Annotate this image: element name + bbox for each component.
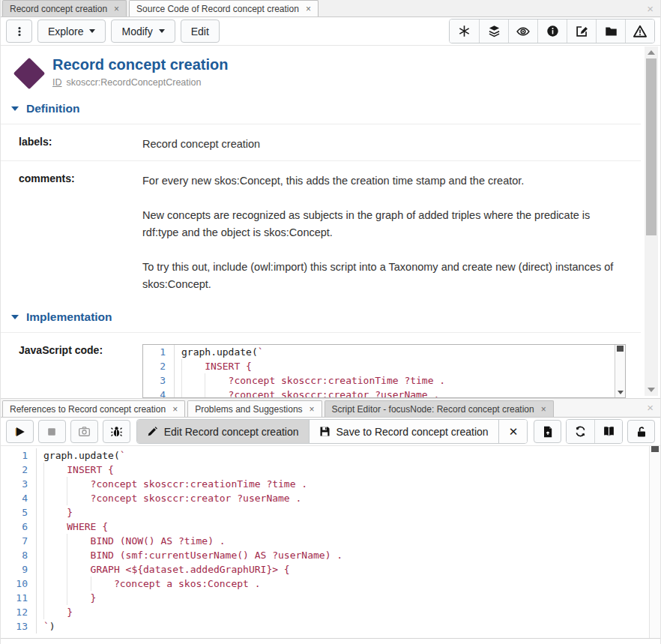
code-token: `	[258, 346, 264, 358]
labels-label: labels:	[1, 136, 142, 153]
code-text: }	[37, 505, 73, 520]
scroll-down-icon[interactable]	[648, 388, 655, 392]
code-line: 1graph.update(`	[1, 448, 648, 463]
tab-label: Source Code of Record concept creation	[136, 4, 299, 14]
scrollbar-thumb[interactable]	[617, 346, 624, 352]
library-button[interactable]	[594, 420, 622, 443]
comments-value: For every new skos:Concept, this adds th…	[142, 172, 616, 298]
indent-guide	[43, 548, 67, 562]
tab-script-editor[interactable]: Script Editor - focusNode: Record concep…	[325, 400, 554, 417]
code-text: ?concept skosccr:creator ?userName .	[37, 491, 301, 505]
resource-panel: Record concept creation × Source Code of…	[1, 0, 660, 398]
line-number: 11	[1, 591, 37, 605]
code-preview-lines: 1graph.update(`2INSERT {3?concept skoscc…	[143, 345, 615, 398]
code-text: ?concept skosccr:creator ?userName .	[175, 388, 439, 398]
line-number: 4	[143, 388, 175, 398]
script-code-editor[interactable]: 1graph.update(`2INSERT {3?concept skoscc…	[1, 446, 660, 639]
scroll-down-icon[interactable]	[618, 391, 624, 394]
scrollbar-thumb[interactable]	[651, 446, 659, 452]
tab-close-icon[interactable]: ×	[306, 4, 311, 13]
line-number: 13	[1, 619, 37, 634]
section-title: Definition	[26, 102, 79, 115]
line-number: 3	[143, 373, 175, 388]
unlock-icon	[636, 426, 648, 438]
layers-button[interactable]	[479, 19, 508, 43]
folder-button[interactable]	[596, 19, 625, 43]
code-text: ?concept a skos:Concept .	[37, 577, 261, 591]
refresh-button[interactable]	[567, 420, 594, 443]
run-script-button[interactable]	[6, 420, 34, 443]
edit-note-button[interactable]	[567, 19, 596, 43]
edit-record-button[interactable]: Edit Record concept creation	[137, 420, 309, 443]
scrollbar-thumb[interactable]	[646, 58, 657, 235]
run-icon	[13, 425, 26, 439]
tab-problems-suggestions[interactable]: Problems and Suggestions ×	[187, 400, 322, 417]
line-number: 3	[1, 477, 37, 491]
javascript-code-preview[interactable]: 1graph.update(`2INSERT {3?concept skoscc…	[142, 344, 626, 398]
code-token: graph.update(	[43, 450, 120, 461]
open-book-icon	[603, 425, 615, 438]
warning-icon	[633, 25, 647, 38]
code-token: BIND (NOW() AS ?time) .	[91, 535, 226, 547]
comment-paragraph: New concepts are recognized as subjects …	[142, 207, 616, 241]
tab-close-icon[interactable]: ×	[114, 4, 119, 13]
code-token: `	[120, 450, 126, 461]
line-number: 6	[1, 520, 37, 534]
export-file-button[interactable]	[534, 420, 561, 443]
tab-close-icon[interactable]: ×	[172, 405, 178, 414]
screenshot-button[interactable]	[70, 420, 98, 443]
kebab-menu-button[interactable]	[6, 19, 32, 43]
id-label[interactable]: ID	[52, 77, 62, 88]
stop-script-button[interactable]	[38, 420, 66, 443]
panel-close-icon[interactable]: ×	[647, 3, 654, 14]
page-title: Record concept creation	[52, 55, 229, 74]
warning-button[interactable]	[625, 19, 654, 43]
panel-close-icon[interactable]: ×	[647, 402, 654, 413]
modify-dropdown-button[interactable]: Modify	[111, 19, 175, 43]
code-token: INSERT {	[67, 464, 114, 475]
debug-script-button[interactable]	[103, 420, 130, 443]
section-definition[interactable]: Definition	[1, 89, 641, 124]
comment-paragraph: To try this out, include (owl:import) th…	[142, 259, 616, 293]
edit-button[interactable]: Edit	[181, 19, 220, 43]
scroll-up-icon[interactable]	[648, 50, 655, 55]
tab-close-icon[interactable]: ×	[541, 405, 546, 414]
indent-guide	[67, 548, 90, 562]
explore-label: Explore	[48, 25, 83, 37]
script-right-tools	[534, 419, 655, 444]
tab-record-concept-creation[interactable]: Record concept creation ×	[2, 0, 127, 16]
page-scrollbar[interactable]	[645, 46, 658, 396]
code-token: )	[49, 621, 55, 632]
asterisk-button[interactable]	[450, 19, 479, 43]
tab-references[interactable]: References to Record concept creation ×	[2, 400, 185, 417]
code-text: INSERT {	[37, 463, 114, 477]
tab-close-icon[interactable]: ×	[310, 405, 315, 414]
explore-dropdown-button[interactable]: Explore	[37, 19, 106, 43]
indent-guide	[67, 591, 90, 605]
indent-guide	[181, 359, 205, 373]
collapse-triangle-icon[interactable]	[11, 315, 19, 319]
code-line: 10?concept a skos:Concept .	[1, 577, 648, 591]
save-record-button[interactable]: Save to Record concept creation	[309, 420, 498, 443]
refresh-icon	[574, 425, 587, 438]
script-toolbar: Edit Record concept creation Save to Rec…	[1, 418, 660, 446]
eye-button[interactable]	[508, 19, 537, 43]
indent-guide	[43, 534, 67, 548]
collapse-triangle-icon[interactable]	[11, 106, 19, 111]
class-diamond-icon	[13, 58, 45, 89]
section-implementation[interactable]: Implementation	[1, 304, 641, 332]
info-button[interactable]	[537, 19, 567, 43]
save-record-label: Save to Record concept creation	[336, 426, 489, 438]
unlock-button[interactable]	[627, 420, 655, 443]
indent-guide	[91, 577, 114, 591]
camera-icon	[78, 425, 91, 438]
code-token: BIND (smf:currentUserName() AS ?userName…	[91, 550, 343, 561]
tab-source-code[interactable]: Source Code of Record concept creation ×	[129, 0, 319, 16]
close-script-button[interactable]: ✕	[498, 420, 528, 443]
line-number: 12	[1, 605, 37, 619]
editor-scrollbar[interactable]	[649, 446, 660, 638]
resource-header: Record concept creation IDskosccr:Record…	[1, 46, 641, 89]
code-preview-scrollbar[interactable]	[615, 345, 625, 397]
code-token: ?concept a skos:Concept .	[114, 578, 261, 589]
code-line: 3?concept skosccr:creationTime ?time .	[1, 477, 648, 491]
